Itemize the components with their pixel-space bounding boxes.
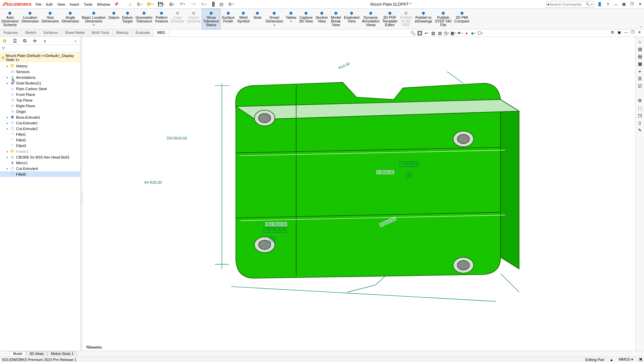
ribbon-cmd-show[interactable]: ◆ShowToleranceStatus bbox=[202, 9, 221, 29]
tree-node-cbore-for-m16-hex-head-bolt1[interactable]: ▸◎CBORE for M16 Hex Head Bolt1 bbox=[0, 154, 80, 160]
bottom-tab-motion-study-1[interactable]: Motion Study 1 bbox=[47, 351, 77, 356]
restore-icon[interactable]: ❐ bbox=[628, 1, 636, 8]
ribbon-cmd-smart[interactable]: ◆SmartDimension▾ bbox=[264, 9, 284, 29]
tab-mold-tools[interactable]: Mold Tools bbox=[88, 29, 113, 37]
tree-expand-icon[interactable]: ▸ bbox=[6, 127, 9, 130]
ribbon-cmd-publish-to[interactable]: ◆Publish toeDrawings bbox=[414, 9, 434, 29]
search-commands[interactable]: ▸ 🔍 ▾ bbox=[546, 1, 594, 8]
tab-mbd[interactable]: MBD bbox=[154, 29, 169, 37]
tree-node-annotations[interactable]: ▸AAnnotations bbox=[0, 74, 80, 80]
tree-node-solid-bodies-1-[interactable]: ▸▣Solid Bodies(1) bbox=[0, 80, 80, 86]
tab-markup[interactable]: Markup bbox=[113, 29, 132, 37]
bottom-tab-3d-views[interactable]: 3D Views bbox=[26, 351, 47, 356]
fm-filter-icon[interactable]: ▽ bbox=[2, 46, 5, 51]
layout-icon[interactable]: ▦ bbox=[620, 1, 628, 8]
minimize-icon[interactable]: — bbox=[612, 1, 620, 8]
print-icon[interactable]: 🖶▾ bbox=[167, 1, 176, 8]
tab-sketch[interactable]: Sketch bbox=[21, 29, 40, 37]
tree-expand-icon[interactable]: ▸ bbox=[6, 64, 9, 68]
prev-view-icon[interactable]: ↩ bbox=[423, 30, 429, 36]
login-icon[interactable]: 👤 bbox=[596, 1, 604, 8]
ribbon-cmd-3d-pmi[interactable]: ◆3D PMICompare bbox=[453, 9, 471, 29]
tree-node-fillet5[interactable]: ◠Fillet5 bbox=[0, 171, 80, 177]
dim-depth[interactable]: 5.00±0.50 bbox=[376, 170, 394, 174]
view-orientation-icon[interactable]: ◳▾ bbox=[443, 30, 449, 36]
config-manager-icon[interactable]: ⧉ bbox=[21, 38, 28, 44]
task-layer-icon[interactable]: ⧉ bbox=[637, 97, 643, 104]
status-units[interactable]: MMGS ▾ bbox=[619, 357, 633, 362]
mdi-pop-icon[interactable]: ⧉ bbox=[610, 30, 615, 35]
tree-expand-icon[interactable]: ▸ bbox=[6, 167, 9, 170]
panel-expand-icon[interactable]: › bbox=[72, 39, 79, 43]
ribbon-cmd-location[interactable]: ◆LocationDimension bbox=[20, 9, 40, 29]
dim-width[interactable]: 350.00±0.50 bbox=[265, 222, 287, 226]
ribbon-cmd-datum[interactable]: ◆Datum bbox=[107, 9, 120, 29]
task-page-icon[interactable]: ▯ bbox=[637, 119, 643, 126]
tree-expand-icon[interactable]: ▸ bbox=[6, 156, 9, 159]
tab-sheet-metal[interactable]: Sheet Metal bbox=[61, 29, 88, 37]
ribbon-cmd-angle[interactable]: ◆AngleDimension bbox=[60, 9, 80, 29]
ribbon-cmd-section[interactable]: ◆SectionView bbox=[314, 9, 329, 29]
scene-icon[interactable]: ◆▾ bbox=[470, 30, 476, 36]
fm-tree-icon[interactable]: ✿ bbox=[1, 38, 8, 44]
open-icon[interactable]: 📂▾ bbox=[146, 1, 155, 8]
rebuild-icon[interactable]: 🚦 bbox=[210, 1, 217, 8]
tree-node-plain-carbon-steel[interactable]: ≡Plain Carbon Steel bbox=[0, 86, 80, 92]
tab-surfaces[interactable]: Surfaces bbox=[40, 29, 61, 37]
close-icon[interactable]: ✕ bbox=[636, 1, 644, 8]
tree-node-fillet1[interactable]: ◠Fillet1 bbox=[0, 131, 80, 137]
ribbon-cmd-capture[interactable]: ◆Capture3D View bbox=[298, 9, 314, 29]
appearance-icon[interactable]: ● bbox=[464, 30, 470, 36]
tree-expand-icon[interactable]: ▸ bbox=[6, 116, 9, 119]
gdt-flatness[interactable]: ⏥ 0.10 A bbox=[399, 162, 418, 167]
tree-node-mirror1[interactable]: ⧗Mirror1 bbox=[0, 160, 80, 166]
tree-node-front-plane[interactable]: ▱Front Plane bbox=[0, 92, 80, 97]
task-pen-icon[interactable]: ✎ bbox=[637, 127, 643, 133]
home-icon[interactable]: ⌂ bbox=[127, 1, 133, 8]
mdi-max-icon[interactable]: ▣ bbox=[616, 30, 622, 35]
task-cube-icon[interactable]: ⬚ bbox=[637, 105, 643, 111]
tree-node-top-plane[interactable]: ▱Top Plane bbox=[0, 97, 80, 103]
tree-expand-icon[interactable]: ▸ bbox=[6, 150, 9, 153]
tree-node-right-plane[interactable]: ▱Right Plane bbox=[0, 103, 80, 109]
bottom-tab-model[interactable]: Model bbox=[9, 351, 26, 356]
ribbon-cmd-tables[interactable]: ◆Tables▾ bbox=[284, 9, 298, 29]
tree-node-folder1[interactable]: ▸📁Folder1 bbox=[0, 148, 80, 154]
task-view-palette-icon[interactable]: ▦ bbox=[637, 60, 643, 67]
menu-insert[interactable]: Insert bbox=[68, 1, 81, 8]
tab-evaluate[interactable]: Evaluate bbox=[132, 29, 154, 37]
ribbon-cmd-surface[interactable]: ◆SurfaceFinish bbox=[220, 9, 236, 29]
task-appearances-icon[interactable]: ● bbox=[637, 68, 643, 74]
search-dropdown-icon[interactable]: ▾ bbox=[591, 3, 593, 6]
zoom-fit-icon[interactable]: 🔍 bbox=[410, 30, 416, 36]
ribbon-cmd-exploded[interactable]: ◆ExplodedView bbox=[342, 9, 361, 29]
menu-pin-icon[interactable]: 📌 bbox=[112, 2, 121, 6]
tree-node-history[interactable]: ▸📁History bbox=[0, 63, 80, 69]
redo-icon[interactable]: ↷▾ bbox=[189, 1, 198, 8]
tree-expand-icon[interactable]: ▸ bbox=[6, 121, 9, 125]
task-home-icon[interactable]: ⌂ bbox=[637, 38, 643, 45]
tree-node-cut-extrude2[interactable]: ▸⬡Cut-Extrude2 bbox=[0, 126, 80, 131]
graphics-area[interactable]: 250.00±0.50 4X R20.00 350.00±0.50 R10.00… bbox=[83, 37, 635, 351]
task-box-icon[interactable]: ◳ bbox=[637, 112, 643, 119]
menu-window[interactable]: Window bbox=[95, 1, 112, 8]
mdi-min-icon[interactable]: — bbox=[623, 30, 629, 35]
datum-c[interactable]: C bbox=[270, 237, 275, 242]
file-props-icon[interactable]: ▤ bbox=[218, 1, 225, 8]
status-warn-icon[interactable]: ▲ bbox=[610, 358, 613, 362]
tree-node-cut-extrude4[interactable]: ▸⬡Cut-Extrude4 bbox=[0, 166, 80, 171]
tree-node-cut-extrude1[interactable]: ▸⬡Cut-Extrude1 bbox=[0, 120, 80, 126]
tree-expand-icon[interactable]: ▸ bbox=[6, 76, 9, 79]
ribbon-collapse-icon[interactable]: ⌄ bbox=[640, 24, 643, 28]
hide-show-icon[interactable]: 👁▾ bbox=[457, 30, 463, 36]
tree-node-origin[interactable]: ↳Origin bbox=[0, 109, 80, 114]
ribbon-cmd-auto[interactable]: ◆AutoDimensionScheme bbox=[0, 9, 20, 29]
section-view-icon[interactable]: ▧ bbox=[430, 30, 436, 36]
datum-b[interactable]: B bbox=[407, 172, 412, 178]
tree-node-fillet3[interactable]: ◠Fillet3 bbox=[0, 143, 80, 148]
ribbon-cmd-pattern[interactable]: ◆PatternFeature bbox=[154, 9, 169, 29]
display-style-icon[interactable]: ▦▾ bbox=[450, 30, 456, 36]
status-lock-icon[interactable]: ⬔ bbox=[639, 357, 642, 362]
tree-expand-icon[interactable]: ▸ bbox=[6, 81, 9, 85]
tab-features[interactable]: Features bbox=[0, 29, 21, 37]
